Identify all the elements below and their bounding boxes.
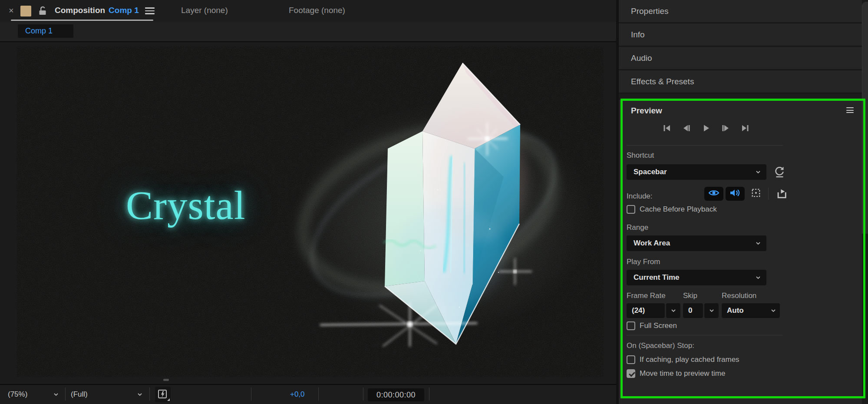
viewer-tab-comp1[interactable]: Comp 1 [18,24,73,38]
previous-frame-button[interactable] [682,123,691,133]
separator [251,387,251,401]
include-label: Include: [627,192,653,201]
range-dropdown[interactable]: Work Area [627,235,766,251]
fast-previews-icon[interactable] [155,387,171,402]
panel-header-effects-presets[interactable]: Effects & Presets [619,70,862,94]
panel-header-label: Properties [631,7,669,16]
composition-canvas[interactable]: Crystal [17,46,604,377]
resolution-label: Resolution [722,291,756,300]
checkbox-label: Move time to preview time [640,369,725,378]
resolution-dropdown[interactable]: (Full) [71,390,142,399]
docked-panel-edge [862,0,868,404]
after-effects-window: × CompositionComp 1 Layer (none) Footage… [0,0,868,404]
divider [627,335,783,335]
range-label: Range [627,223,648,232]
right-sidebar: Properties Info Audio Effects & Presets … [619,0,862,404]
shortcut-dropdown[interactable]: Spacebar [627,164,766,180]
composition-label: Composition [55,6,105,15]
range-value: Work Area [634,239,670,248]
checkbox-label: Cache Before Playback [640,205,717,214]
skip-value-box[interactable]: 0 [683,303,703,318]
speaker-icon [729,189,741,199]
shortcut-label: Shortcut [627,151,654,160]
skip-to-end-button[interactable] [740,123,750,133]
move-time-row[interactable]: Move time to preview time [627,369,725,378]
next-frame-button[interactable] [721,123,730,133]
panel-tab-bar: × CompositionComp 1 Layer (none) Footage… [0,0,616,22]
on-stop-label: On (Spacebar) Stop: [627,341,694,350]
skip-label: Skip [683,291,697,300]
separator [429,387,429,401]
panel-header-label: Effects & Presets [631,77,694,86]
tab-footage[interactable]: Footage (none) [289,6,345,15]
preview-favors-icon[interactable] [776,188,788,202]
include-audio-button[interactable] [726,187,745,201]
magnification-dropdown[interactable]: (75%) [8,390,58,399]
panel-header-properties[interactable]: Properties [619,0,862,23]
checkbox[interactable] [627,205,635,214]
checkbox[interactable] [627,369,635,378]
active-tab-underline [11,20,153,21]
preview-menu-icon[interactable] [846,107,854,115]
preview-panel: Preview Shortcut Spacebar Include: [619,100,862,399]
include-overlays-button[interactable] [747,187,765,201]
cache-before-playback-row[interactable]: Cache Before Playback [627,205,717,214]
shortcut-value: Spacebar [634,168,667,176]
tab-layer[interactable]: Layer (none) [181,6,228,15]
panel-header-info[interactable]: Info [619,23,862,47]
separator [149,387,150,401]
transparency-grid-icon[interactable] [173,402,189,404]
preview-panel-title[interactable]: Preview [631,106,662,116]
overlays-icon [751,188,761,199]
separator [65,387,66,401]
composition-panel: × CompositionComp 1 Layer (none) Footage… [0,0,616,404]
full-screen-row[interactable]: Full Screen [627,321,677,330]
viewer-area: Crystal [0,42,616,384]
panel-header-label: Audio [631,53,652,63]
tab-composition[interactable]: CompositionComp 1 [55,6,139,15]
checkbox-label: Full Screen [640,321,677,330]
play-button[interactable] [701,123,711,133]
separator [318,387,319,401]
active-comp-name: Comp 1 [109,6,139,15]
exposure-value[interactable]: +0,0 [290,390,305,399]
skip-to-start-button[interactable] [662,123,672,133]
crystal-artwork [17,46,604,377]
composition-toolbar: (75%) (Full) [0,384,616,404]
panel-header-audio[interactable]: Audio [619,47,862,70]
frame-rate-value-box[interactable]: (24) [627,303,665,318]
canvas-crystal-text: Crystal [126,182,246,228]
checkbox[interactable] [627,321,635,330]
checkbox-label: If caching, play cached frames [640,355,739,364]
color-swatch[interactable] [20,6,31,17]
play-from-label: Play From [627,258,660,266]
close-icon[interactable]: × [9,5,14,16]
unlock-icon[interactable] [38,6,47,18]
frame-rate-label: Frame Rate [627,291,666,300]
checkbox[interactable] [627,355,635,364]
horizontal-scrollbar-thumb[interactable] [163,379,169,381]
play-from-value: Current Time [634,273,680,282]
resolution-dropdown-preview[interactable]: Auto [722,303,780,318]
separator [768,188,769,200]
panel-group-gap [619,94,862,100]
magnification-value: (75%) [8,390,27,399]
frame-rate-chevron[interactable] [666,303,680,318]
skip-value: 0 [688,306,692,315]
play-from-dropdown[interactable]: Current Time [627,270,766,285]
resolution-value: (Full) [71,390,88,399]
panel-menu-icon[interactable] [145,7,155,16]
include-video-button[interactable] [704,187,723,201]
divider [627,145,783,146]
skip-chevron[interactable] [704,303,719,318]
frame-rate-value: (24) [632,306,645,315]
playback-controls [662,123,750,133]
separator [363,387,363,401]
resolution-value: Auto [727,306,744,315]
reset-preview-icon[interactable] [773,166,785,179]
docked-panel-edge-top [862,2,868,234]
eye-icon [708,189,719,199]
panel-header-label: Info [631,30,645,40]
if-caching-row[interactable]: If caching, play cached frames [627,355,739,364]
timecode-field[interactable]: 0:00:00:00 [368,388,424,401]
